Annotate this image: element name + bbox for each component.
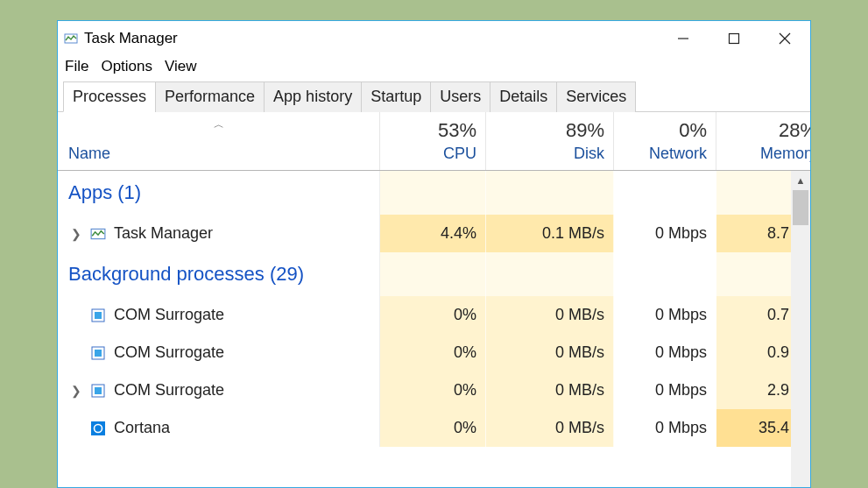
cpu-cell: 0%: [380, 371, 486, 409]
group-background[interactable]: Background processes (29): [58, 252, 810, 296]
net-cell: 0 Mbps: [614, 215, 716, 252]
net-cell: 0 Mbps: [614, 371, 716, 409]
disk-cell: 0 MB/s: [486, 334, 614, 371]
tab-performance[interactable]: Performance: [155, 81, 265, 112]
group-apps-label: Apps (1): [68, 181, 141, 204]
scroll-thumb[interactable]: [793, 190, 808, 225]
tab-users[interactable]: Users: [430, 81, 490, 112]
process-name: Cortana: [114, 419, 170, 437]
group-background-label: Background processes (29): [68, 263, 304, 286]
column-header: ︿ Name 53% CPU 89% Disk 0% Network 28% M…: [58, 112, 810, 171]
task-manager-icon: [63, 31, 79, 46]
cpu-label: CPU: [443, 145, 476, 163]
process-name: COM Surrogate: [114, 343, 224, 362]
cpu-cell: 4.4%: [380, 215, 486, 252]
svg-rect-2: [730, 34, 739, 44]
close-button[interactable]: [759, 21, 810, 56]
tab-processes[interactable]: Processes: [63, 81, 156, 112]
cortana-icon: [89, 420, 107, 437]
column-network[interactable]: 0% Network: [614, 112, 716, 170]
cpu-cell: 0%: [380, 409, 486, 447]
group-cell: [614, 171, 716, 215]
vertical-scrollbar[interactable]: ▲: [791, 171, 810, 487]
net-cell: 0 Mbps: [614, 409, 716, 447]
sort-indicator-icon: ︿: [214, 117, 224, 132]
process-name: COM Surrogate: [114, 306, 224, 324]
table-row[interactable]: ❯ COM Surrogate 0% 0 MB/s 0 Mbps 2.9 MB: [58, 371, 810, 409]
expand-icon[interactable]: ❯: [68, 227, 84, 241]
table-row[interactable]: ❯ Task Manager 4.4% 0.1 MB/s 0 Mbps 8.7 …: [58, 215, 810, 252]
titlebar: Task Manager: [58, 21, 810, 56]
column-memory[interactable]: 28% Memory: [716, 112, 811, 170]
process-name: COM Surrogate: [114, 381, 224, 400]
memory-total-pct: 28%: [779, 119, 811, 142]
maximize-button[interactable]: [709, 21, 759, 56]
disk-cell: 0 MB/s: [486, 371, 614, 409]
com-surrogate-icon: [89, 344, 107, 362]
group-apps[interactable]: Apps (1): [58, 171, 810, 215]
table-row[interactable]: Cortana 0% 0 MB/s 0 Mbps 35.4 MB: [58, 409, 810, 447]
net-cell: 0 Mbps: [614, 334, 716, 371]
disk-label: Disk: [574, 145, 604, 163]
column-cpu[interactable]: 53% CPU: [380, 112, 486, 170]
menu-view[interactable]: View: [165, 58, 197, 75]
disk-cell: 0.1 MB/s: [486, 215, 614, 252]
disk-total-pct: 89%: [566, 119, 604, 142]
svg-rect-11: [95, 387, 102, 394]
column-disk[interactable]: 89% Disk: [486, 112, 614, 170]
tab-app-history[interactable]: App history: [264, 81, 362, 112]
tab-details[interactable]: Details: [490, 81, 557, 112]
com-surrogate-icon: [89, 307, 107, 324]
memory-label: Memory: [760, 145, 811, 163]
cpu-cell: 0%: [380, 296, 486, 334]
network-total-pct: 0%: [679, 119, 707, 142]
column-name[interactable]: ︿ Name: [58, 112, 380, 170]
svg-rect-9: [95, 350, 102, 357]
group-cell: [614, 252, 716, 296]
group-cell: [380, 171, 486, 215]
net-cell: 0 Mbps: [614, 296, 716, 334]
group-cell: [380, 252, 486, 296]
task-manager-icon: [89, 225, 107, 243]
scroll-up-icon[interactable]: ▲: [791, 171, 810, 190]
com-surrogate-icon: [89, 382, 107, 400]
process-name: Task Manager: [114, 224, 213, 243]
process-list: Apps (1) ❯ Task Manager: [58, 171, 810, 487]
tab-bar: Processes Performance App history Startu…: [58, 81, 810, 112]
window-title: Task Manager: [84, 30, 178, 47]
expand-icon[interactable]: ❯: [68, 384, 84, 398]
menubar: File Options View: [58, 56, 810, 81]
column-name-label: Name: [68, 145, 110, 163]
disk-cell: 0 MB/s: [486, 296, 614, 334]
group-cell: [486, 252, 614, 296]
cpu-cell: 0%: [380, 334, 486, 371]
menu-file[interactable]: File: [65, 58, 88, 75]
group-cell: [486, 171, 614, 215]
cpu-total-pct: 53%: [438, 119, 476, 142]
task-manager-window: Task Manager File Options View Processes…: [57, 20, 811, 488]
table-row[interactable]: COM Surrogate 0% 0 MB/s 0 Mbps 0.9 MB: [58, 334, 810, 371]
network-label: Network: [649, 145, 707, 163]
tab-services[interactable]: Services: [556, 81, 636, 112]
minimize-button[interactable]: [658, 21, 709, 56]
svg-rect-12: [91, 421, 105, 435]
menu-options[interactable]: Options: [101, 58, 152, 75]
disk-cell: 0 MB/s: [486, 409, 614, 447]
window-controls: [658, 21, 810, 56]
tab-startup[interactable]: Startup: [361, 81, 431, 112]
svg-rect-7: [95, 312, 102, 319]
table-row[interactable]: COM Surrogate 0% 0 MB/s 0 Mbps 0.7 MB: [58, 296, 810, 334]
